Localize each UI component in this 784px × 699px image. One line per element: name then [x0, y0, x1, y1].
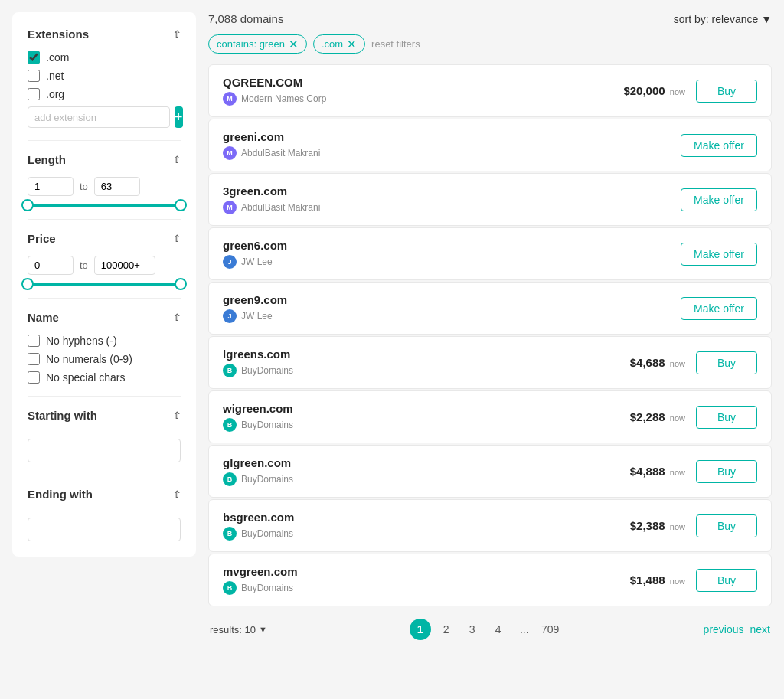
no-numerals-label[interactable]: No numerals (0-9): [46, 353, 132, 365]
buy-button[interactable]: Buy: [696, 569, 757, 592]
ending-with-chevron[interactable]: ⇧: [173, 489, 181, 500]
extensions-chevron[interactable]: ⇧: [173, 29, 181, 40]
domain-card: lgreens.com B BuyDomains $4,688 now Buy: [208, 336, 772, 389]
length-min-input[interactable]: [28, 177, 74, 196]
no-numerals-checkbox[interactable]: [28, 353, 40, 365]
starting-with-chevron[interactable]: ⇧: [173, 410, 181, 421]
seller-avatar: M: [223, 92, 237, 106]
buy-button[interactable]: Buy: [696, 460, 757, 483]
com-label[interactable]: .com: [46, 51, 69, 64]
starting-with-input[interactable]: [28, 439, 181, 462]
filter-tag-com-remove[interactable]: ✕: [347, 38, 357, 50]
org-label[interactable]: .org: [46, 88, 64, 100]
make-offer-button[interactable]: Make offer: [681, 297, 757, 320]
page-number[interactable]: 1: [410, 619, 431, 640]
ending-with-input[interactable]: [28, 518, 181, 541]
name-chevron[interactable]: ⇧: [173, 312, 181, 323]
price-now-label: now: [670, 468, 685, 477]
com-checkbox[interactable]: [28, 51, 40, 64]
domain-name: QGREEN.COM: [223, 76, 623, 89]
domain-name: wigreen.com: [223, 402, 630, 415]
net-label[interactable]: .net: [46, 70, 64, 82]
filter-tag-com[interactable]: .com ✕: [313, 34, 365, 54]
length-max-input[interactable]: [94, 177, 140, 196]
price-slider-left-thumb[interactable]: [21, 278, 34, 290]
seller-avatar: J: [223, 309, 237, 323]
domain-price-area: $2,388 now Buy: [630, 514, 757, 537]
page-number[interactable]: 3: [462, 619, 483, 640]
domain-price: $2,288 now: [630, 410, 685, 423]
next-button[interactable]: next: [750, 623, 770, 635]
seller-name: AbdulBasit Makrani: [241, 148, 320, 158]
domain-seller: J JW Lee: [223, 309, 681, 323]
filter-tag-com-label: .com: [322, 38, 343, 50]
sort-by-control[interactable]: sort by: relevance ▼: [674, 13, 772, 25]
buy-button[interactable]: Buy: [696, 351, 757, 374]
add-extension-button[interactable]: +: [175, 106, 183, 128]
previous-button[interactable]: previous: [704, 623, 744, 635]
sort-chevron-icon: ▼: [761, 13, 772, 25]
domain-seller: J JW Lee: [223, 255, 681, 269]
domain-card: greeni.com M AbdulBasit Makrani Make off…: [208, 119, 772, 171]
domain-price-area: $4,888 now Buy: [630, 460, 757, 483]
no-special-checkbox[interactable]: [28, 371, 40, 384]
seller-avatar: J: [223, 255, 237, 269]
buy-button[interactable]: Buy: [696, 80, 757, 103]
domain-seller: B BuyDomains: [223, 418, 630, 432]
make-offer-button[interactable]: Make offer: [681, 134, 757, 157]
price-max-input[interactable]: [94, 256, 155, 275]
seller-name: BuyDomains: [241, 420, 293, 430]
price-slider[interactable]: [28, 283, 181, 286]
domain-price-area: Make offer: [681, 243, 757, 266]
buy-button[interactable]: Buy: [696, 406, 757, 429]
reset-filters-button[interactable]: reset filters: [371, 38, 420, 50]
length-chevron[interactable]: ⇧: [173, 155, 181, 165]
domain-price-area: $4,688 now Buy: [630, 351, 757, 374]
filter-tags: contains: green ✕ .com ✕ reset filters: [208, 34, 772, 54]
price-now-label: now: [670, 87, 685, 96]
results-per-page[interactable]: results: 10 ▼: [210, 624, 267, 635]
page-number[interactable]: 4: [488, 619, 509, 640]
length-slider-left-thumb[interactable]: [21, 199, 34, 211]
no-hyphens-checkbox[interactable]: [28, 335, 40, 347]
length-slider-right-thumb[interactable]: [175, 199, 187, 211]
price-now-label: now: [670, 413, 685, 423]
seller-avatar: B: [223, 581, 237, 595]
no-hyphens-label[interactable]: No hyphens (-): [46, 335, 117, 347]
results-chevron-icon: ▼: [259, 625, 267, 634]
make-offer-button[interactable]: Make offer: [681, 188, 757, 211]
seller-avatar: M: [223, 201, 237, 214]
domain-info: greeni.com M AbdulBasit Makrani: [223, 130, 681, 160]
filter-tag-green-remove[interactable]: ✕: [289, 38, 299, 50]
domain-info: green6.com J JW Lee: [223, 239, 681, 269]
domain-card: QGREEN.COM M Modern Names Corp $20,000 n…: [208, 64, 772, 117]
domain-seller: B BuyDomains: [223, 527, 630, 541]
add-extension-input[interactable]: [28, 106, 170, 128]
domain-seller: M AbdulBasit Makrani: [223, 201, 681, 214]
sort-by-value: relevance: [712, 13, 759, 25]
org-checkbox[interactable]: [28, 88, 40, 100]
no-special-label[interactable]: No special chars: [46, 371, 126, 384]
domain-card: bsgreen.com B BuyDomains $2,388 now Buy: [208, 499, 772, 552]
page-number[interactable]: 709: [540, 619, 561, 640]
price-chevron[interactable]: ⇧: [173, 234, 181, 244]
seller-name: JW Lee: [241, 256, 273, 267]
pagination-nav: previous next: [704, 623, 770, 635]
net-checkbox[interactable]: [28, 70, 40, 82]
seller-avatar: B: [223, 418, 237, 432]
price-slider-right-thumb[interactable]: [175, 278, 187, 290]
length-slider[interactable]: [28, 204, 181, 207]
page-number[interactable]: 2: [436, 619, 457, 640]
domain-price: $1,488 now: [630, 573, 685, 586]
make-offer-button[interactable]: Make offer: [681, 243, 757, 266]
price-now-label: now: [670, 522, 685, 531]
ending-with-label: Ending with: [28, 488, 93, 501]
domain-name: bsgreen.com: [223, 511, 630, 524]
filter-tag-green[interactable]: contains: green ✕: [208, 34, 307, 54]
price-min-input[interactable]: [28, 256, 74, 275]
domain-price: $4,688 now: [630, 356, 685, 369]
filter-tag-green-label: contains: green: [217, 38, 285, 50]
buy-button[interactable]: Buy: [696, 514, 757, 537]
domain-card: green9.com J JW Lee Make offer: [208, 282, 772, 335]
domain-name: 3green.com: [223, 185, 681, 198]
